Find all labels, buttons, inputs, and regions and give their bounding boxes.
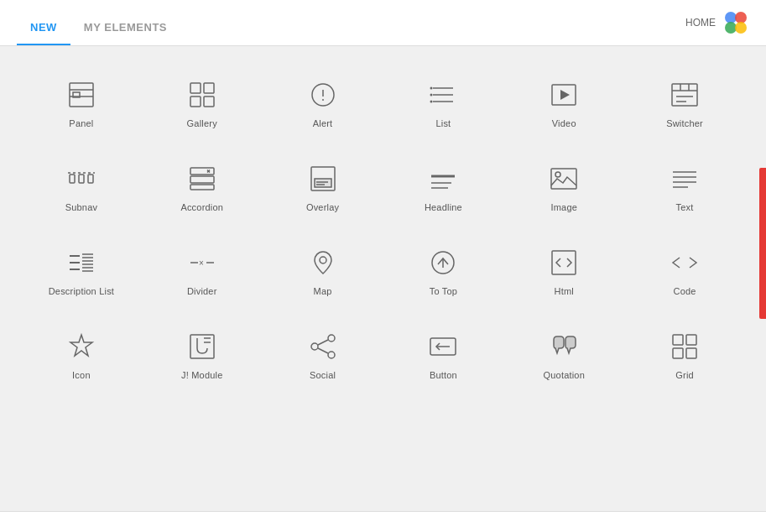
svg-rect-8 [190,83,201,93]
tab-my-elements[interactable]: MY ELEMENTS [70,11,180,45]
logo-area: HOME [685,9,749,36]
element-video[interactable]: Video [508,63,620,138]
svg-rect-80 [673,348,683,358]
element-quotation[interactable]: Quotation [508,315,620,390]
element-text[interactable]: Text [628,147,741,222]
svg-rect-45 [551,169,576,189]
list-icon [426,78,460,112]
text-label: Text [676,202,694,212]
button-label: Button [430,370,457,380]
elements-grid: Panel Gallery A [25,63,741,390]
overlay-label: Overlay [306,202,339,212]
element-accordion[interactable]: Accordion [146,147,258,222]
svg-rect-81 [686,348,696,358]
svg-point-72 [311,343,318,350]
gallery-label: Gallery [187,118,217,128]
social-label: Social [310,370,336,380]
subnav-icon [65,162,98,196]
social-icon [306,330,340,363]
svg-rect-23 [672,84,697,106]
j-module-icon [185,330,219,363]
svg-rect-39 [315,179,331,187]
svg-point-14 [322,99,324,101]
element-panel[interactable]: Panel [25,63,138,138]
overlay-icon [306,162,340,196]
element-button[interactable]: Button [387,315,499,390]
element-to-top[interactable]: To Top [387,231,499,306]
to-top-label: To Top [430,286,457,296]
svg-point-73 [328,352,335,358]
divider-icon: × [185,246,219,279]
video-label: Video [552,118,576,128]
bottom-bar [0,511,766,532]
svg-point-19 [430,94,433,96]
icon-icon [65,330,98,363]
element-switcher[interactable]: Switcher [628,63,741,138]
element-j-module[interactable]: J! Module [146,315,258,390]
main-content: Panel Gallery A [0,46,766,511]
grid-label: Grid [675,370,694,380]
svg-point-63 [320,257,326,263]
j-module-label: J! Module [181,370,223,380]
element-image[interactable]: Image [508,147,620,222]
element-subnav[interactable]: Subnav [25,147,138,222]
text-icon [668,162,701,196]
element-description-list[interactable]: Description List [25,231,138,306]
image-label: Image [550,202,577,212]
html-label: Html [555,286,574,296]
list-label: List [435,118,451,128]
element-code[interactable]: Code [628,231,741,306]
svg-rect-9 [204,83,214,93]
svg-point-3 [735,22,747,34]
element-grid[interactable]: Grid [628,315,741,390]
element-html[interactable]: Html [508,231,620,306]
alert-label: Alert [313,118,333,128]
app-logo [722,9,749,36]
headline-label: Headline [425,202,462,212]
svg-point-46 [555,172,560,177]
svg-rect-33 [190,168,214,175]
svg-line-74 [318,340,328,345]
svg-rect-31 [88,175,93,183]
svg-point-0 [725,12,737,23]
element-headline[interactable]: Headline [387,147,499,222]
element-overlay[interactable]: Overlay [267,147,379,222]
element-alert[interactable]: Alert [267,63,379,138]
svg-marker-67 [70,335,92,356]
grid-icon [668,330,701,363]
svg-rect-35 [190,185,214,190]
tab-bar: NEW MY ELEMENTS [17,11,180,45]
element-map[interactable]: Map [267,231,379,306]
icon-label: Icon [72,370,91,380]
accordion-label: Accordion [180,202,223,212]
panel-icon [65,78,98,112]
svg-rect-29 [70,175,75,183]
switcher-label: Switcher [666,118,703,128]
element-gallery[interactable]: Gallery [146,63,258,138]
element-icon[interactable]: Icon [25,315,138,390]
top-bar: NEW MY ELEMENTS HOME [0,0,766,46]
switcher-icon [668,78,701,112]
map-icon [306,246,340,279]
element-social[interactable]: Social [267,315,379,390]
svg-rect-30 [79,175,84,183]
headline-icon [426,162,460,196]
gallery-icon [185,78,219,112]
accordion-icon [185,162,219,196]
svg-text:×: × [199,258,204,268]
element-divider[interactable]: × Divider [146,231,258,306]
tab-new[interactable]: NEW [17,11,70,45]
svg-point-20 [430,101,433,103]
quotation-label: Quotation [543,370,585,380]
element-list[interactable]: List [387,63,499,138]
home-label: HOME [685,17,716,29]
right-edge-accent [759,168,766,319]
video-icon [547,78,581,112]
svg-rect-34 [190,176,214,183]
code-label: Code [674,286,696,296]
svg-marker-22 [560,90,570,100]
svg-point-2 [725,22,737,34]
to-top-icon [426,246,460,279]
svg-rect-78 [673,335,683,345]
button-icon [426,330,460,363]
